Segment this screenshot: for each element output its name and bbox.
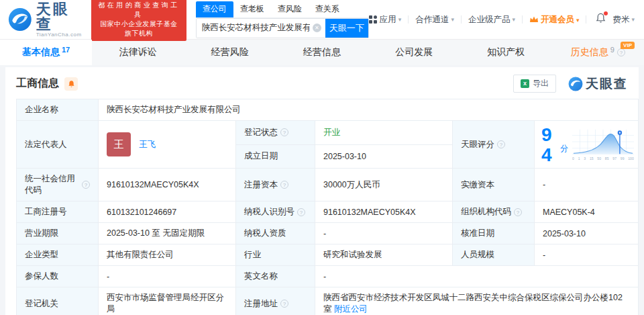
english-name-label: 英文名称 <box>236 266 315 287</box>
business-info-table: 企业名称 陕西长安芯材科技产业发展有限公司 法定代表人 王 王飞 登记状态 开业… <box>16 99 639 315</box>
insured-count-label: 参保人数 <box>17 266 99 287</box>
export-button[interactable]: 导出 <box>513 75 556 93</box>
reg-number-value: 610132101246697 <box>99 201 236 223</box>
staff-size-label: 人员规模 <box>453 244 535 266</box>
menu-apps[interactable]: 应用 <box>369 14 402 26</box>
approval-date-value: 2025-03-10 <box>535 223 639 244</box>
reg-authority-label: 登记机关 <box>17 287 99 315</box>
taxpayer-id-value: 91610132MAECY05K4X <box>315 201 453 223</box>
legal-rep-label: 法定代表人 <box>17 121 99 169</box>
slogan-badge: 都在用的商业查询工具 国家中小企业发展子基金旗下机构 <box>91 0 186 41</box>
english-name-value: - <box>315 266 639 287</box>
reg-address-label: 注册地址 <box>236 287 315 315</box>
logo-swirl-icon <box>8 7 32 32</box>
taxpayer-quality-value: - <box>315 223 453 244</box>
logo-title: 天眼查 <box>36 2 83 32</box>
help-icon[interactable] <box>497 140 505 148</box>
menu-vip[interactable]: 开通会员 <box>529 14 580 26</box>
search-input[interactable] <box>197 19 313 38</box>
staff-size-value: - <box>535 244 639 266</box>
reg-status-label: 登记状态 <box>236 121 315 145</box>
table-row: 统一社会信用代码 91610132MAECY05K4X 注册资本 30000万人… <box>17 169 639 201</box>
slogan-line1: 都在用的商业查询工具 <box>97 1 180 19</box>
tab-business-info[interactable]: 经营信息 <box>276 40 368 65</box>
search-tabs: 查公司 查老板 查风险 查关系 <box>196 1 369 18</box>
excel-icon <box>521 79 529 88</box>
table-row: 法定代表人 王 王飞 登记状态 开业 天眼评分 94 分 <box>17 121 639 145</box>
grid-icon <box>369 15 377 24</box>
reg-number-label: 工商注册号 <box>17 201 99 223</box>
monitor-bell-icon[interactable] <box>64 77 78 91</box>
score-distribution-chart: 01 315 5085 9799 100 <box>572 129 634 161</box>
score-axis-labels: 01 315 5085 9799 100 <box>572 157 634 161</box>
reg-authority-value: 西安市市场监督管理局经开区分局 <box>99 287 236 315</box>
card-header: 工商信息 导出 天眼查 <box>5 67 639 99</box>
tab-business-risk[interactable]: 经营风险 <box>184 40 276 65</box>
search-tab-boss[interactable]: 查老板 <box>233 1 271 17</box>
approval-date-label: 核准日期 <box>453 223 535 244</box>
table-row: 参保人数 - 英文名称 - <box>17 266 639 287</box>
tab-history-info[interactable]: 历史信息 9 VIP <box>552 40 644 65</box>
help-icon[interactable] <box>280 300 288 308</box>
crown-icon <box>529 15 539 24</box>
menu-user[interactable]: 费米 <box>612 14 635 26</box>
notifications-bell-icon[interactable] <box>596 13 606 26</box>
help-icon[interactable] <box>82 181 90 189</box>
notification-red-dot <box>604 11 608 15</box>
clear-search-icon[interactable] <box>313 24 321 32</box>
help-icon[interactable] <box>280 128 288 136</box>
divider <box>586 15 586 24</box>
divider <box>408 15 409 24</box>
divider <box>522 15 523 24</box>
tab-intellectual-property[interactable]: 知识产权 <box>460 40 552 65</box>
tab-legal-proceedings[interactable]: 法律诉讼 <box>92 40 184 65</box>
menu-partner[interactable]: 合作通道 <box>415 14 454 26</box>
industry-value: 研究和试验发展 <box>315 244 453 266</box>
top-menu: 应用 合作通道 企业级产品 开通会员 费米 <box>369 13 635 26</box>
table-row: 企业类型 其他有限责任公司 行业 研究和试验发展 人员规模 - <box>17 244 639 266</box>
menu-partner-label: 合作通道 <box>415 14 449 26</box>
score-unit: 分 <box>560 143 568 154</box>
nearby-companies-link[interactable]: 附近公司 <box>334 304 368 314</box>
company-type-label: 企业类型 <box>17 244 99 266</box>
menu-enterprise-label: 企业级产品 <box>468 14 511 26</box>
search-tab-company[interactable]: 查公司 <box>196 1 233 17</box>
legal-rep-cell: 王 王飞 <box>99 121 236 169</box>
tab-basic-info-count: 17 <box>62 46 70 54</box>
help-icon[interactable] <box>297 208 305 216</box>
username: 费米 <box>612 14 629 26</box>
tianyancha-watermark: 天眼查 <box>568 75 628 93</box>
search-tab-risk[interactable]: 查风险 <box>271 1 309 17</box>
company-type-value: 其他有限责任公司 <box>99 244 236 266</box>
table-row: 登记机关 西安市市场监督管理局经开区分局 注册地址 陕西省西安市经济技术开发区凤… <box>17 287 639 315</box>
menu-enterprise[interactable]: 企业级产品 <box>468 14 515 26</box>
history-help-icon[interactable] <box>617 48 625 56</box>
legal-rep-avatar: 王 <box>107 132 131 156</box>
score-value: 94 <box>541 125 559 165</box>
reg-address-value: 陕西省西安市经济技术开发区凤城十二路西安关中综合保税区综保公司办公楼102室 附… <box>315 287 639 315</box>
table-row: 营业期限 2025-03-10 至 无固定期限 纳税人资质 - 核准日期 202… <box>17 223 639 244</box>
menu-apps-label: 应用 <box>380 14 396 26</box>
insured-count-value: - <box>99 266 236 287</box>
tab-history-count: 9 <box>610 46 614 54</box>
menu-vip-label: 开通会员 <box>541 14 574 26</box>
tab-company-development[interactable]: 公司发展 <box>368 40 460 65</box>
table-row: 工商注册号 610132101246697 纳税人识别号 91610132MAE… <box>17 201 639 223</box>
search-tab-relation[interactable]: 查关系 <box>309 1 346 17</box>
legal-rep-link[interactable]: 王飞 <box>139 139 156 150</box>
business-term-label: 营业期限 <box>17 223 99 244</box>
search-box: 天眼一下 <box>196 18 369 38</box>
establish-date-value: 2025-03-10 <box>315 144 453 169</box>
divider <box>461 15 462 24</box>
tab-basic-info[interactable]: 基本信息 17 <box>0 40 92 65</box>
company-name-label: 企业名称 <box>17 99 99 121</box>
search-button[interactable]: 天眼一下 <box>325 19 368 38</box>
company-name-value: 陕西长安芯材科技产业发展有限公司 <box>99 99 639 121</box>
tianyancha-logo[interactable]: 天眼查 TianYanCha.com <box>8 2 83 38</box>
section-title: 工商信息 <box>16 77 59 91</box>
taxpayer-quality-label: 纳税人资质 <box>236 223 315 244</box>
top-header: 天眼查 TianYanCha.com 都在用的商业查询工具 国家中小企业发展子基… <box>0 0 644 39</box>
help-icon[interactable] <box>514 208 522 216</box>
help-icon[interactable] <box>280 181 288 189</box>
reg-capital-value: 30000万人民币 <box>315 169 453 201</box>
